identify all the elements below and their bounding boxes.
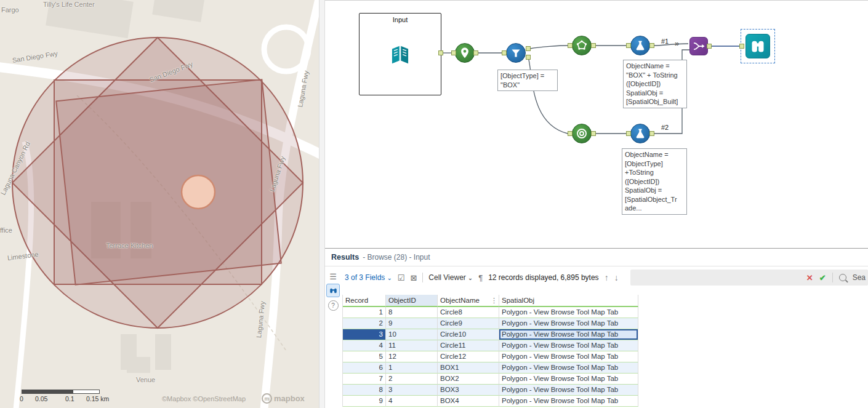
table-cell[interactable]: 3	[386, 385, 438, 396]
table-cell[interactable]: 1	[386, 362, 438, 374]
table-cell[interactable]: BOX3	[438, 385, 499, 396]
connection-anchor[interactable]	[626, 43, 631, 48]
connection-anchor[interactable]	[649, 131, 654, 136]
create-points-tool[interactable]	[455, 43, 475, 63]
table-cell[interactable]: Polygon - View Browse Tool Map Tab	[499, 362, 638, 374]
formula-tool-2[interactable]	[630, 124, 650, 143]
table-cell[interactable]: Circle11	[438, 340, 499, 351]
table-cell[interactable]: BOX1	[438, 362, 499, 374]
table-cell[interactable]: Circle10	[438, 329, 499, 340]
connection-anchor[interactable]	[502, 50, 507, 55]
table-cell[interactable]: Polygon - View Browse Tool Map Tab	[499, 351, 638, 362]
table-row[interactable]: 83BOX3Polygon - View Browse Tool Map Tab	[343, 385, 640, 396]
connection-anchor-true[interactable]	[526, 46, 531, 51]
fields-dropdown[interactable]: 3 of 3 Fields ⌄	[345, 273, 392, 282]
table-cell[interactable]: 6	[343, 362, 386, 374]
table-cell[interactable]: 4	[343, 340, 386, 351]
search-icon[interactable]	[839, 274, 846, 281]
column-header-record[interactable]: Record	[343, 295, 386, 307]
help-icon[interactable]: ?	[328, 300, 339, 311]
column-header-objectid[interactable]: ObjectID	[386, 295, 438, 307]
table-cell[interactable]: Polygon - View Browse Tool Map Tab	[499, 385, 638, 396]
annotation-filter[interactable]: [ObjectType] = "BOX"	[497, 70, 558, 91]
cancel-icon[interactable]: ✕	[806, 273, 813, 282]
connection-anchor[interactable]	[591, 131, 596, 136]
annotation-formula-trade[interactable]: ObjectName = [ObjectType] +ToString ([Ob…	[622, 148, 687, 215]
trade-area-tool[interactable]	[572, 124, 592, 143]
union-tool[interactable]	[689, 37, 708, 55]
column-header-objectname[interactable]: ObjectName⋮	[438, 295, 499, 307]
table-cell[interactable]: 2	[343, 318, 386, 329]
connection-anchor[interactable]	[626, 131, 631, 136]
table-cell[interactable]: Polygon - View Browse Tool Map Tab	[499, 374, 638, 385]
table-cell[interactable]: 8	[386, 307, 438, 318]
table-row[interactable]: 310Circle10Polygon - View Browse Tool Ma…	[343, 329, 640, 340]
view-options-icon[interactable]: ☰	[329, 273, 337, 281]
formula-tool-1[interactable]	[630, 36, 650, 55]
table-cell[interactable]: Polygon - View Browse Tool Map Tab	[499, 307, 638, 318]
scale-tick-01: 0.1	[65, 395, 74, 402]
table-cell[interactable]: Circle12	[438, 351, 499, 362]
pane-splitter[interactable]	[319, 0, 325, 408]
map-attribution[interactable]: ©Mapbox ©OpenStreetMap	[162, 395, 246, 402]
table-cell[interactable]: Polygon - View Browse Tool Map Tab	[499, 396, 638, 407]
filter-tool[interactable]	[506, 43, 526, 63]
connection-anchor[interactable]	[649, 43, 654, 48]
scroll-up-icon[interactable]: ↑	[605, 273, 609, 282]
connection-anchor[interactable]	[568, 131, 573, 136]
table-cell[interactable]: 9	[386, 318, 438, 329]
connection-anchor[interactable]	[438, 50, 443, 55]
pilcrow-icon[interactable]: ¶	[478, 274, 483, 282]
table-cell[interactable]: 1	[343, 307, 386, 318]
table-row[interactable]: 512Circle12Polygon - View Browse Tool Ma…	[343, 351, 640, 362]
table-cell[interactable]: Polygon - View Browse Tool Map Tab	[499, 329, 638, 340]
table-row[interactable]: 29Circle9Polygon - View Browse Tool Map …	[343, 318, 640, 329]
table-cell[interactable]: 5	[343, 351, 386, 362]
connection-anchor[interactable]	[568, 43, 573, 48]
table-cell[interactable]: 12	[386, 351, 438, 362]
column-menu-icon[interactable]: ⋮	[491, 295, 497, 306]
poly-build-tool[interactable]	[572, 36, 592, 55]
connection-anchor[interactable]	[451, 50, 456, 55]
annotation-formula-box[interactable]: ObjectName = "BOX" + ToString ([ObjectID…	[623, 60, 687, 108]
connection-anchor-false[interactable]	[526, 55, 531, 60]
connection-anchor[interactable]	[591, 43, 596, 48]
connection-anchor[interactable]	[473, 50, 478, 55]
map-pane[interactable]: Fargo Tilly's Life Center San Diego Fwy …	[0, 0, 319, 408]
cell-viewer-dropdown[interactable]: Cell Viewer ⌄	[428, 273, 473, 282]
workflow-canvas[interactable]: Input	[325, 0, 868, 248]
browse-tool[interactable]	[745, 34, 770, 58]
table-cell[interactable]: Circle9	[438, 318, 499, 329]
input-container[interactable]: Input	[359, 13, 441, 95]
table-cell[interactable]: 8	[343, 385, 386, 396]
table-cell[interactable]: 11	[386, 340, 438, 351]
select-fields-icon[interactable]: ☑	[398, 274, 405, 282]
deselect-fields-icon[interactable]: ⊠	[410, 274, 417, 282]
table-row[interactable]: 94BOX4Polygon - View Browse Tool Map Tab	[343, 396, 640, 407]
table-cell[interactable]: 9	[343, 396, 386, 407]
table-cell[interactable]: Polygon - View Browse Tool Map Tab	[499, 340, 638, 351]
connection-anchor[interactable]	[707, 44, 712, 49]
table-cell[interactable]: BOX4	[438, 396, 499, 407]
table-row[interactable]: 18Circle8Polygon - View Browse Tool Map …	[343, 307, 640, 318]
table-row[interactable]: 411Circle11Polygon - View Browse Tool Ma…	[343, 340, 640, 351]
table-cell[interactable]: 7	[343, 374, 386, 385]
map-graphics	[0, 0, 319, 408]
connection-anchor[interactable]	[739, 44, 744, 49]
filter-bar[interactable]: ✕ ✔ Sea	[630, 270, 868, 286]
table-cell[interactable]: 4	[386, 396, 438, 407]
mapbox-logo[interactable]: m mapbox	[262, 393, 305, 404]
table-row[interactable]: 72BOX2Polygon - View Browse Tool Map Tab	[343, 374, 640, 385]
apply-icon[interactable]: ✔	[819, 273, 826, 282]
scroll-down-icon[interactable]: ↓	[614, 273, 619, 282]
table-cell[interactable]: 10	[386, 329, 438, 340]
table-row[interactable]: 61BOX1Polygon - View Browse Tool Map Tab	[343, 362, 640, 374]
table-cell[interactable]: Polygon - View Browse Tool Map Tab	[499, 318, 638, 329]
table-cell[interactable]: Circle8	[438, 307, 499, 318]
chevron-down-icon: ⌄	[387, 274, 392, 281]
browse-view-icon[interactable]	[326, 284, 340, 297]
table-cell[interactable]: BOX2	[438, 374, 499, 385]
table-cell[interactable]: 3	[343, 329, 386, 340]
table-cell[interactable]: 2	[386, 374, 438, 385]
column-header-spatialobj[interactable]: SpatialObj	[499, 295, 638, 307]
